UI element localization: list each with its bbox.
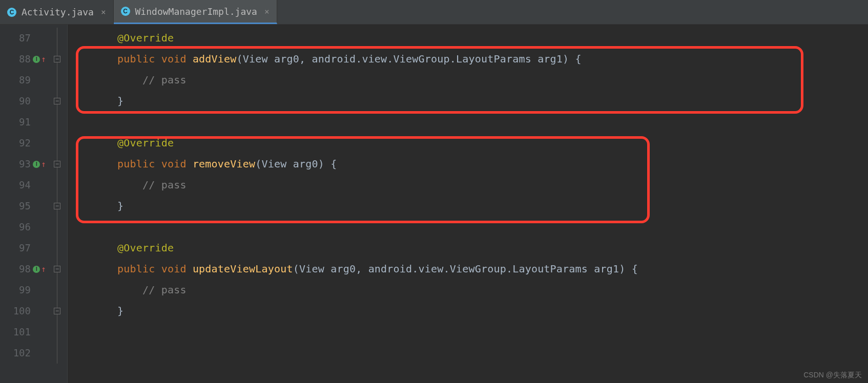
line-number: 94 (0, 175, 52, 196)
keyword: public void (117, 158, 193, 170)
fold-cell: − (52, 301, 67, 322)
annotation: @Override (117, 32, 174, 44)
code-text (92, 305, 117, 317)
tab-label: Activity.java (22, 7, 94, 17)
line-number: 92 (0, 133, 52, 154)
fold-cell: − (52, 91, 67, 112)
fold-handle-icon[interactable]: − (54, 161, 60, 167)
fold-handle-icon[interactable]: − (54, 308, 60, 314)
code-line[interactable]: @Override (68, 133, 868, 154)
fold-handle-icon[interactable]: − (54, 98, 60, 104)
close-icon[interactable]: × (101, 7, 106, 17)
fold-handle-icon[interactable]: − (54, 56, 60, 62)
class-file-icon: C (7, 8, 16, 17)
keyword: public void (117, 53, 193, 65)
code-area[interactable]: @Override public void addView(View arg0,… (68, 25, 868, 383)
fold-cell (52, 322, 67, 343)
tab-label: WindowManagerImpl.java (135, 6, 257, 17)
code-line[interactable]: } (68, 91, 868, 112)
code-line[interactable]: public void removeView(View arg0) { (68, 154, 868, 175)
line-number: 99 (0, 280, 52, 301)
fold-cell (52, 238, 67, 259)
code-line[interactable] (68, 343, 868, 364)
fold-cell: − (52, 154, 67, 175)
class-file-icon: C (121, 7, 130, 16)
code-text: (View arg0) { (255, 158, 337, 170)
code-line[interactable] (68, 217, 868, 238)
line-number: 93I↑ (0, 154, 52, 175)
fold-cell (52, 175, 67, 196)
fold-cell (52, 343, 67, 364)
code-line[interactable]: } (68, 196, 868, 217)
code-text: } (117, 200, 123, 212)
code-text (92, 242, 117, 254)
code-text (92, 200, 117, 212)
override-gutter-icon[interactable]: I↑ (33, 265, 46, 273)
code-line[interactable]: public void addView(View arg0, android.v… (68, 49, 868, 70)
code-line[interactable]: @Override (68, 238, 868, 259)
code-text (92, 32, 117, 44)
line-number: 87 (0, 28, 52, 49)
annotation: @Override (117, 242, 174, 254)
line-number: 88I↑ (0, 49, 52, 70)
fold-cell: − (52, 49, 67, 70)
code-text (92, 74, 142, 86)
code-line[interactable]: // pass (68, 175, 868, 196)
line-number: 96 (0, 217, 52, 238)
code-text (92, 158, 117, 170)
fold-cell: − (52, 259, 67, 280)
line-number: 100 (0, 301, 52, 322)
line-number: 90 (0, 91, 52, 112)
fold-handle-icon[interactable]: − (54, 203, 60, 209)
code-text (92, 53, 117, 65)
code-text (92, 263, 117, 275)
override-gutter-icon[interactable]: I↑ (33, 160, 46, 168)
code-text (92, 179, 142, 191)
comment: // pass (142, 74, 187, 86)
annotation: @Override (117, 137, 174, 149)
line-number: 97 (0, 238, 52, 259)
line-number: 98I↑ (0, 259, 52, 280)
override-gutter-icon[interactable]: I↑ (33, 55, 46, 63)
fold-cell (52, 112, 67, 133)
method-name: removeView (193, 158, 255, 170)
tab-activity[interactable]: C Activity.java × (0, 0, 114, 24)
code-line[interactable]: @Override (68, 28, 868, 49)
code-line[interactable]: // pass (68, 70, 868, 91)
code-line[interactable]: public void updateViewLayout(View arg0, … (68, 259, 868, 280)
fold-handle-icon[interactable]: − (54, 266, 60, 272)
fold-cell (52, 28, 67, 49)
code-text: } (117, 305, 123, 317)
method-name: addView (193, 53, 237, 65)
code-line[interactable] (68, 322, 868, 343)
tab-windowmanagerimpl[interactable]: C WindowManagerImpl.java × (114, 0, 277, 24)
line-number-gutter: 8788I↑8990919293I↑9495969798I↑9910010110… (0, 25, 52, 383)
comment: // pass (142, 179, 187, 191)
code-line[interactable]: } (68, 301, 868, 322)
code-line[interactable] (68, 112, 868, 133)
line-number: 102 (0, 343, 52, 364)
fold-strip: −−−−−− (52, 25, 68, 383)
line-number: 89 (0, 70, 52, 91)
code-text: (View arg0, android.view.ViewGroup.Layou… (237, 53, 582, 65)
watermark: CSDN @失落夏天 (803, 371, 862, 380)
line-number: 101 (0, 322, 52, 343)
code-text (92, 137, 117, 149)
fold-cell (52, 280, 67, 301)
close-icon[interactable]: × (264, 7, 270, 16)
code-text: } (117, 95, 123, 107)
tab-bar: C Activity.java × C WindowManagerImpl.ja… (0, 0, 868, 25)
line-number: 91 (0, 112, 52, 133)
fold-cell (52, 217, 67, 238)
method-name: updateViewLayout (193, 263, 293, 275)
line-number: 95 (0, 196, 52, 217)
editor: 8788I↑8990919293I↑9495969798I↑9910010110… (0, 25, 868, 383)
keyword: public void (117, 263, 193, 275)
code-text (92, 284, 142, 296)
comment: // pass (142, 284, 187, 296)
code-text (92, 95, 117, 107)
code-text: (View arg0, android.view.ViewGroup.Layou… (293, 263, 638, 275)
fold-cell: − (52, 196, 67, 217)
fold-cell (52, 133, 67, 154)
code-line[interactable]: // pass (68, 280, 868, 301)
